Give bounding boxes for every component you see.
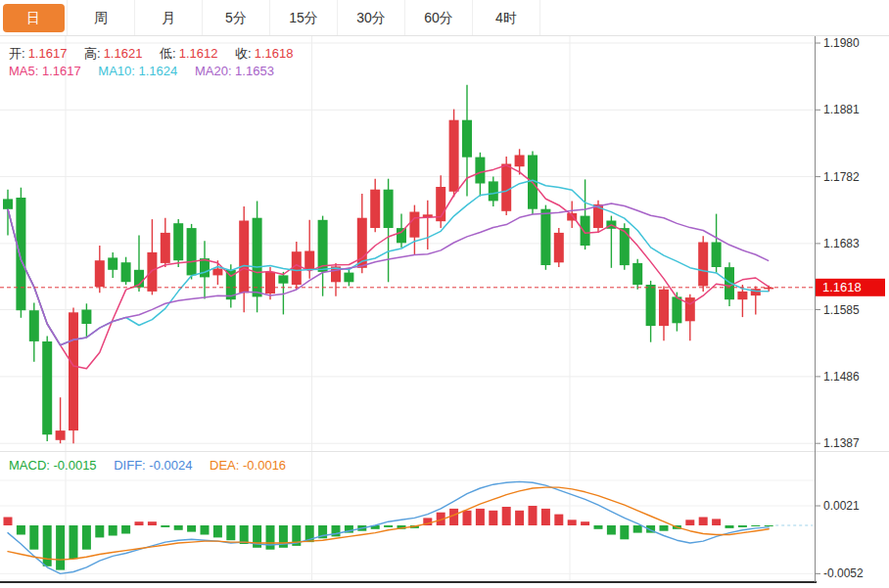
- close-label: 收:: [235, 46, 252, 61]
- candlestick[interactable]: [712, 243, 722, 268]
- macd-bar: [502, 507, 511, 525]
- tab-30min[interactable]: 30分: [338, 0, 405, 35]
- candlestick[interactable]: [29, 310, 39, 341]
- candlestick[interactable]: [620, 228, 630, 265]
- last-price-badge-text: 1.1618: [822, 280, 862, 294]
- candlestick[interactable]: [173, 223, 183, 260]
- ohlc-readout: 开:1.1617 高:1.1621 低:1.1612 收:1.1618: [9, 45, 296, 63]
- macd-value: MACD: -0.0015: [9, 458, 97, 473]
- candlestick[interactable]: [632, 263, 642, 285]
- candlestick[interactable]: [515, 156, 525, 167]
- candlestick[interactable]: [449, 120, 459, 192]
- tab-5min[interactable]: 5分: [203, 0, 270, 35]
- candlestick[interactable]: [370, 190, 380, 228]
- candlestick[interactable]: [397, 228, 406, 243]
- macd-bar: [56, 525, 65, 570]
- tab-15min[interactable]: 15分: [270, 0, 338, 35]
- candlestick[interactable]: [187, 228, 197, 275]
- candlestick[interactable]: [239, 221, 249, 294]
- macd-bar: [463, 511, 472, 525]
- candlestick[interactable]: [581, 216, 590, 246]
- candlestick[interactable]: [95, 260, 105, 287]
- macd-bar: [95, 525, 104, 537]
- tab-week-label: 周: [70, 4, 132, 32]
- candlestick[interactable]: [16, 198, 25, 310]
- tab-5min-label: 5分: [206, 4, 267, 32]
- candlestick[interactable]: [121, 262, 131, 282]
- low-label: 低:: [160, 46, 176, 61]
- candlestick[interactable]: [69, 312, 78, 430]
- ma10-value: MA10: 1.1624: [98, 64, 177, 78]
- tab-60min-label: 60分: [408, 4, 470, 32]
- macd-bar: [332, 525, 341, 536]
- candlestick[interactable]: [475, 158, 485, 184]
- tab-month[interactable]: 月: [135, 0, 203, 35]
- candlestick[interactable]: [253, 218, 262, 297]
- tab-day[interactable]: 日: [0, 0, 68, 35]
- macd-bar: [148, 521, 157, 525]
- tab-60min[interactable]: 60分: [405, 0, 473, 35]
- macd-bar: [738, 525, 747, 527]
- candlestick[interactable]: [462, 120, 472, 158]
- candlestick[interactable]: [672, 296, 681, 323]
- tab-4hour[interactable]: 4时: [473, 0, 540, 35]
- macd-readout: MACD: -0.0015 DIFF: -0.0024 DEA: -0.0016: [9, 458, 289, 473]
- candlestick[interactable]: [81, 310, 91, 325]
- macd-bar: [384, 525, 393, 527]
- axis-label: 1.1881: [823, 103, 860, 116]
- candlestick[interactable]: [42, 341, 52, 434]
- macd-bar: [554, 515, 563, 525]
- macd-bar: [725, 525, 734, 528]
- indicator-line: [8, 487, 769, 560]
- macd-bar: [201, 525, 210, 535]
- candlestick[interactable]: [344, 273, 353, 283]
- macd-bar: [633, 525, 642, 533]
- macd-bar: [121, 525, 130, 534]
- tab-week[interactable]: 周: [68, 0, 135, 35]
- macd-bar: [541, 509, 550, 525]
- candlestick[interactable]: [265, 272, 275, 294]
- candlestick[interactable]: [3, 199, 13, 208]
- macd-bar: [226, 525, 235, 540]
- macd-bar: [581, 521, 589, 525]
- macd-bar: [699, 518, 708, 526]
- tab-30min-label: 30分: [341, 4, 402, 32]
- candlestick[interactable]: [646, 285, 656, 326]
- axis-label: 1.1387: [823, 436, 860, 450]
- candlestick[interactable]: [212, 269, 222, 276]
- axis-label: 1.1980: [823, 36, 860, 50]
- axis-label: 1.1683: [823, 237, 860, 250]
- candlestick[interactable]: [147, 252, 157, 292]
- candlestick[interactable]: [384, 190, 394, 228]
- candlestick[interactable]: [409, 212, 419, 238]
- candlestick[interactable]: [489, 181, 498, 201]
- macd-bar: [620, 525, 629, 539]
- macd-bar: [109, 525, 117, 536]
- low-value: 1.1612: [179, 46, 218, 61]
- macd-bar: [43, 525, 52, 566]
- macd-bar: [266, 525, 275, 550]
- candlestick[interactable]: [540, 209, 550, 265]
- candlestick[interactable]: [737, 292, 747, 299]
- high-label: 高:: [84, 46, 101, 61]
- macd-bar: [594, 525, 603, 529]
- candlestick[interactable]: [56, 430, 66, 440]
- candlestick[interactable]: [161, 233, 170, 263]
- candlestick-chart[interactable]: 1.16181.19801.18811.17821.16831.15851.14…: [0, 0, 889, 588]
- macd-bar: [213, 525, 222, 537]
- candlestick[interactable]: [659, 290, 669, 326]
- candlestick[interactable]: [685, 297, 695, 321]
- candlestick[interactable]: [278, 275, 288, 283]
- candlestick[interactable]: [501, 164, 511, 211]
- macd-bar: [660, 525, 669, 531]
- candlestick[interactable]: [108, 257, 117, 269]
- close-value: 1.1618: [255, 46, 294, 61]
- candlestick[interactable]: [304, 251, 314, 270]
- macd-bar: [135, 521, 144, 525]
- macd-bar: [489, 511, 497, 525]
- candlestick[interactable]: [554, 233, 564, 262]
- candlestick[interactable]: [318, 220, 328, 272]
- macd-bar: [607, 525, 616, 535]
- candlestick[interactable]: [698, 243, 708, 287]
- macd-bar: [515, 511, 524, 525]
